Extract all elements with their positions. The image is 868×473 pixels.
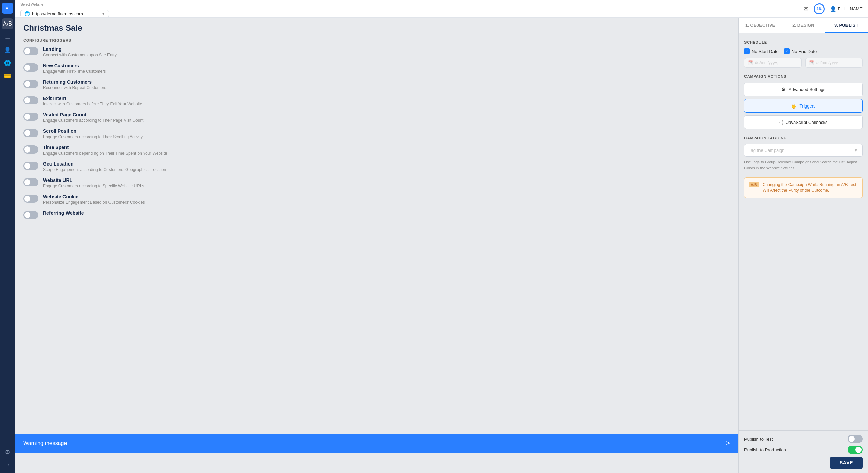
trigger-desc-visited_page_count: Engage Customers according to Their Page…	[43, 118, 143, 123]
trigger-desc-website_url: Engage Customers according to Specific W…	[43, 184, 144, 188]
sidebar-item-ab[interactable]: A/B	[2, 18, 13, 29]
right-panel: 1. OBJECTIVE 2. DESIGN 3. PUBLISH SCHEDU…	[738, 18, 868, 473]
trigger-text-scroll_position: Scroll Position Engage Customers accordi…	[43, 128, 143, 139]
trigger-toggle-website_cookie[interactable]	[23, 195, 38, 203]
ab-warning-text: Changing the Campaign While Running an A…	[763, 182, 858, 194]
warning-arrow-icon: >	[726, 439, 730, 447]
code-icon: { }	[779, 119, 784, 125]
tab-design[interactable]: 2. DESIGN	[782, 18, 825, 33]
publish-section: Publish to Test Publish to Production SA…	[739, 430, 868, 473]
publish-to-test-row: Publish to Test	[744, 435, 863, 443]
trigger-toggle-time_spent[interactable]	[23, 145, 38, 154]
trigger-item-new_customers: New Customers Engage with First-Time Cus…	[23, 63, 730, 74]
publish-to-production-label: Publish to Production	[744, 447, 786, 453]
no-start-date-checkbox[interactable]: ✓ No Start Date	[744, 48, 779, 54]
trigger-text-geo_location: Geo Location Scope Engagement according …	[43, 161, 166, 172]
trigger-title-website_cookie: Website Cookie	[43, 194, 145, 199]
trigger-desc-returning_customers: Reconnect with Repeat Customers	[43, 85, 106, 90]
trigger-toggle-website_url[interactable]	[23, 178, 38, 186]
trigger-title-website_url: Website URL	[43, 177, 144, 183]
ab-warning-banner: A/B Changing the Campaign While Running …	[744, 177, 863, 198]
trigger-text-time_spent: Time Spent Engage Customers depending on…	[43, 145, 167, 156]
progress-circle: 1%	[814, 3, 825, 14]
triggers-section: CONFIGURE TRIGGERS Landing Connect with …	[15, 37, 738, 473]
trigger-text-referring_website: Referring Website	[43, 210, 84, 216]
trigger-desc-website_cookie: Personalize Engagement Based on Customer…	[43, 200, 145, 205]
tag-campaign-select[interactable]: Tag the Campaign ▼	[744, 144, 863, 157]
end-date-input[interactable]: 📅 dd/mm/yyyy, --:--	[805, 58, 863, 68]
save-button[interactable]: SAVE	[830, 457, 863, 469]
right-content: SCHEDULE ✓ No Start Date ✓ No End Date 📅…	[739, 33, 868, 430]
sidebar-item-billing[interactable]: 💳	[2, 70, 13, 81]
date-inputs-row: 📅 dd/mm/yyyy, --:-- 📅 dd/mm/yyyy, --:--	[744, 58, 863, 68]
start-date-input[interactable]: 📅 dd/mm/yyyy, --:--	[744, 58, 802, 68]
left-panel: Christmas Sale CONFIGURE TRIGGERS Landin…	[15, 18, 738, 473]
website-select[interactable]: 🌐 https://demo.fluentos.com ▼	[20, 10, 109, 17]
trigger-title-time_spent: Time Spent	[43, 145, 167, 150]
sidebar-logo[interactable]: FI	[2, 3, 13, 14]
user-icon: 👤	[830, 6, 836, 12]
chevron-down-icon: ▼	[101, 11, 105, 16]
tab-publish[interactable]: 3. PUBLISH	[825, 18, 868, 33]
globe-icon: 🌐	[24, 11, 30, 16]
trigger-text-website_url: Website URL Engage Customers according t…	[43, 177, 144, 188]
sidebar-item-logout[interactable]: →	[2, 459, 13, 470]
publish-to-test-label: Publish to Test	[744, 436, 773, 442]
select-website-label: Select Website	[20, 3, 109, 6]
trigger-toggle-scroll_position[interactable]	[23, 129, 38, 137]
configure-triggers-header: CONFIGURE TRIGGERS	[23, 37, 730, 42]
campaign-actions-label: CAMPAIGN ACTIONS	[744, 74, 863, 78]
sidebar-item-settings[interactable]: ⚙	[2, 446, 13, 457]
trigger-text-returning_customers: Returning Customers Reconnect with Repea…	[43, 79, 106, 90]
campaign-title: Christmas Sale	[23, 23, 730, 33]
sidebar: FI A/B ☰ 👤 🌐 💳 ⚙ →	[0, 0, 15, 473]
sidebar-item-campaigns[interactable]: ☰	[2, 31, 13, 42]
trigger-icon: 🖐	[791, 103, 797, 109]
trigger-item-landing: Landing Connect with Customers upon Site…	[23, 46, 730, 57]
trigger-toggle-new_customers[interactable]	[23, 63, 38, 72]
trigger-toggle-landing[interactable]	[23, 47, 38, 55]
trigger-toggle-exit_intent[interactable]	[23, 96, 38, 104]
publish-to-test-toggle[interactable]	[848, 435, 863, 443]
no-end-date-checkbox[interactable]: ✓ No End Date	[784, 48, 817, 54]
trigger-title-scroll_position: Scroll Position	[43, 128, 143, 134]
trigger-item-time_spent: Time Spent Engage Customers depending on…	[23, 145, 730, 156]
warning-message-bar[interactable]: Warning message >	[15, 434, 738, 453]
schedule-dates-row: ✓ No Start Date ✓ No End Date	[744, 48, 863, 54]
publish-to-production-toggle[interactable]	[848, 446, 863, 454]
mail-icon[interactable]: ✉	[803, 5, 808, 13]
publish-to-production-row: Publish to Production	[744, 446, 863, 454]
trigger-toggle-referring_website[interactable]	[23, 211, 38, 219]
warning-message-text: Warning message	[23, 440, 67, 446]
trigger-item-referring_website: Referring Website	[23, 210, 730, 219]
user-info: 👤 FULL NAME	[830, 6, 863, 12]
trigger-desc-new_customers: Engage with First-Time Customers	[43, 69, 106, 74]
trigger-text-visited_page_count: Visited Page Count Engage Customers acco…	[43, 112, 143, 123]
trigger-desc-geo_location: Scope Engagement according to Customers'…	[43, 167, 166, 172]
chevron-down-icon-tag: ▼	[854, 148, 858, 153]
campaign-tagging-label: CAMPAIGN TAGGING	[744, 136, 863, 140]
javascript-callbacks-button[interactable]: { } JavaScript Callbacks	[744, 115, 863, 129]
tab-nav: 1. OBJECTIVE 2. DESIGN 3. PUBLISH	[739, 18, 868, 33]
advanced-settings-button[interactable]: ⚙ Advanced Settings	[744, 83, 863, 96]
trigger-title-new_customers: New Customers	[43, 63, 106, 68]
trigger-toggle-geo_location[interactable]	[23, 162, 38, 170]
trigger-item-website_cookie: Website Cookie Personalize Engagement Ba…	[23, 194, 730, 205]
no-start-date-check-icon: ✓	[744, 48, 750, 54]
sidebar-item-contacts[interactable]: 👤	[2, 44, 13, 55]
trigger-item-website_url: Website URL Engage Customers according t…	[23, 177, 730, 188]
trigger-item-geo_location: Geo Location Scope Engagement according …	[23, 161, 730, 172]
sidebar-item-integrations[interactable]: 🌐	[2, 57, 13, 68]
campaign-tagging-section: CAMPAIGN TAGGING Tag the Campaign ▼ Use …	[744, 136, 863, 171]
tab-objective[interactable]: 1. OBJECTIVE	[739, 18, 782, 33]
trigger-text-new_customers: New Customers Engage with First-Time Cus…	[43, 63, 106, 74]
trigger-desc-time_spent: Engage Customers depending on Their Time…	[43, 151, 167, 156]
trigger-toggle-returning_customers[interactable]	[23, 80, 38, 88]
trigger-toggle-visited_page_count[interactable]	[23, 113, 38, 121]
topbar: Select Website 🌐 https://demo.fluentos.c…	[15, 0, 868, 18]
main-container: Christmas Sale CONFIGURE TRIGGERS Landin…	[15, 18, 868, 473]
tag-hint: Use Tags to Group Relevant Campaigns and…	[744, 159, 863, 171]
trigger-item-exit_intent: Exit Intent Interact with Customers befo…	[23, 96, 730, 106]
triggers-button[interactable]: 🖐 Triggers	[744, 99, 863, 113]
trigger-title-visited_page_count: Visited Page Count	[43, 112, 143, 117]
